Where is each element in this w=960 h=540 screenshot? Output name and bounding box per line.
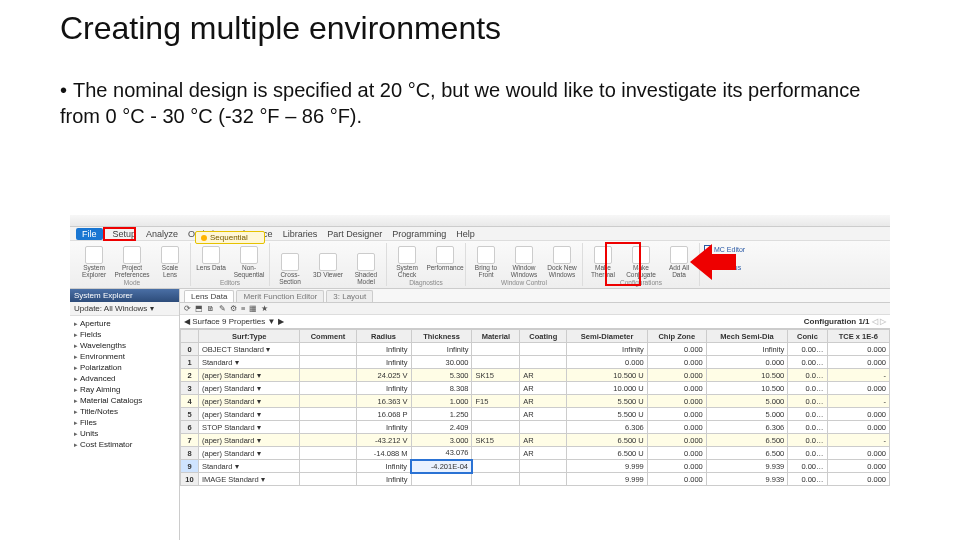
cell-comment[interactable] — [300, 434, 356, 447]
cell-radius[interactable]: 16.363 V — [356, 395, 411, 408]
explorer-item-files[interactable]: Files — [74, 417, 175, 428]
menu-setup[interactable]: Setup — [113, 229, 137, 239]
cell-mat[interactable] — [472, 343, 520, 356]
cell-comment[interactable] — [300, 460, 356, 473]
menu-help[interactable]: Help — [456, 229, 475, 239]
tab-lens-data[interactable]: Lens Data — [184, 290, 234, 302]
cell-coat[interactable]: AR — [520, 382, 567, 395]
explorer-item-polarization[interactable]: Polarization — [74, 362, 175, 373]
cell-radius[interactable]: Infinity — [356, 343, 411, 356]
cell-comment[interactable] — [300, 369, 356, 382]
cell-comment[interactable] — [300, 473, 356, 486]
col-header[interactable]: Comment — [300, 330, 356, 343]
row-index[interactable]: 6 — [181, 421, 199, 434]
cell-mat[interactable] — [472, 447, 520, 460]
cell-type[interactable]: (aper) Standard ▾ — [199, 369, 300, 382]
cell-semi[interactable]: 0.000 — [567, 356, 647, 369]
cell-chip[interactable]: 0.000 — [647, 421, 706, 434]
col-header[interactable] — [181, 330, 199, 343]
cell-mech[interactable]: 10.500 — [706, 382, 788, 395]
cell-conic[interactable]: 0.0… — [788, 447, 827, 460]
row-index[interactable]: 4 — [181, 395, 199, 408]
row-index[interactable]: 2 — [181, 369, 199, 382]
ribbon-scale-lens[interactable]: Scale Lens — [154, 246, 186, 278]
menu-analyze[interactable]: Analyze — [146, 229, 178, 239]
row-index[interactable]: 1 — [181, 356, 199, 369]
cell-radius[interactable]: Infinity — [356, 460, 411, 473]
cell-tce[interactable]: 0.000 — [827, 343, 889, 356]
surface-props-label[interactable]: Surface 9 Properties — [192, 317, 265, 326]
cell-mat[interactable] — [472, 421, 520, 434]
cell-coat[interactable] — [520, 421, 567, 434]
cell-mat[interactable]: F15 — [472, 395, 520, 408]
cell-mech[interactable]: 5.000 — [706, 408, 788, 421]
cell-thick[interactable]: Infinity — [411, 343, 472, 356]
cell-coat[interactable]: AR — [520, 369, 567, 382]
cell-coat[interactable] — [520, 460, 567, 473]
cell-type[interactable]: Standard ▾ — [199, 356, 300, 369]
cell-semi[interactable]: 10.000 U — [567, 382, 647, 395]
cell-mat[interactable] — [472, 382, 520, 395]
cell-radius[interactable]: 24.025 V — [356, 369, 411, 382]
cell-semi[interactable]: 10.500 U — [567, 369, 647, 382]
col-header[interactable]: Mech Semi-Dia — [706, 330, 788, 343]
tab-merit-function-editor[interactable]: Merit Function Editor — [236, 290, 324, 302]
cell-semi[interactable]: 6.500 U — [567, 447, 647, 460]
cell-comment[interactable] — [300, 356, 356, 369]
ribbon-project-preferences[interactable]: Project Preferences — [116, 246, 148, 278]
ribbon-window-windows[interactable]: Window Windows — [508, 246, 540, 278]
cell-mech[interactable]: 6.500 — [706, 434, 788, 447]
cell-radius[interactable]: -14.088 M — [356, 447, 411, 460]
cell-tce[interactable]: 0.000 — [827, 447, 889, 460]
cell-thick[interactable]: 1.250 — [411, 408, 472, 421]
cell-radius[interactable]: Infinity — [356, 421, 411, 434]
explorer-item-ray-aiming[interactable]: Ray Aiming — [74, 384, 175, 395]
cell-chip[interactable]: 0.000 — [647, 434, 706, 447]
cell-tce[interactable]: - — [827, 395, 889, 408]
cell-coat[interactable] — [520, 343, 567, 356]
menu-file[interactable]: File — [76, 228, 103, 240]
cell-comment[interactable] — [300, 382, 356, 395]
cell-type[interactable]: OBJECT Standard ▾ — [199, 343, 300, 356]
cell-mech[interactable]: 9.939 — [706, 473, 788, 486]
cell-conic[interactable]: 0.0… — [788, 369, 827, 382]
cell-conic[interactable]: 0.0… — [788, 395, 827, 408]
cell-thick[interactable]: 5.300 — [411, 369, 472, 382]
cell-mech[interactable]: 5.000 — [706, 395, 788, 408]
cell-mat[interactable]: SK15 — [472, 369, 520, 382]
menu-part designer[interactable]: Part Designer — [327, 229, 382, 239]
cell-mech[interactable]: 10.500 — [706, 369, 788, 382]
cell-mat[interactable] — [472, 356, 520, 369]
cell-mat[interactable]: SK15 — [472, 434, 520, 447]
cell-conic[interactable]: 0.0… — [788, 408, 827, 421]
cell-chip[interactable]: 0.000 — [647, 460, 706, 473]
col-header[interactable]: TCE x 1E-6 — [827, 330, 889, 343]
cell-tce[interactable]: 0.000 — [827, 356, 889, 369]
cell-type[interactable]: (aper) Standard ▾ — [199, 447, 300, 460]
col-header[interactable]: Chip Zone — [647, 330, 706, 343]
ribbon-make-thermal[interactable]: Make Thermal — [587, 246, 619, 278]
cell-thick[interactable]: 2.409 — [411, 421, 472, 434]
cell-tce[interactable]: 0.000 — [827, 460, 889, 473]
cell-semi[interactable]: 5.500 U — [567, 408, 647, 421]
cell-comment[interactable] — [300, 408, 356, 421]
cell-semi[interactable]: Infinity — [567, 343, 647, 356]
cell-tce[interactable]: 0.000 — [827, 382, 889, 395]
cell-thick[interactable]: 3.000 — [411, 434, 472, 447]
cell-conic[interactable]: 0.00… — [788, 460, 827, 473]
row-index[interactable]: 5 — [181, 408, 199, 421]
sequential-mode-button[interactable]: Sequential — [195, 231, 265, 244]
explorer-item-material-catalogs[interactable]: Material Catalogs — [74, 395, 175, 406]
explorer-item-units[interactable]: Units — [74, 428, 175, 439]
ribbon-dock-new-windows[interactable]: Dock New Windows — [546, 246, 578, 278]
cell-coat[interactable]: AR — [520, 447, 567, 460]
cell-type[interactable]: (aper) Standard ▾ — [199, 434, 300, 447]
explorer-item-title/notes[interactable]: Title/Notes — [74, 406, 175, 417]
menu-libraries[interactable]: Libraries — [283, 229, 318, 239]
cell-mech[interactable]: 9.939 — [706, 460, 788, 473]
ribbon-bring-to-front[interactable]: Bring to Front — [470, 246, 502, 278]
ribbon-make-conjugate[interactable]: Make Conjugate — [625, 246, 657, 278]
ribbon-shaded-model[interactable]: Shaded Model — [350, 253, 382, 285]
row-index[interactable]: 8 — [181, 447, 199, 460]
ribbon-performance[interactable]: Performance — [429, 246, 461, 272]
